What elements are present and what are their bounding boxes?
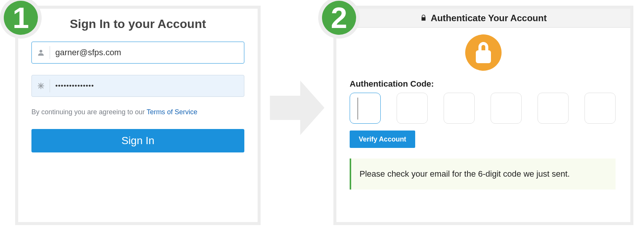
- code-label: Authentication Code:: [350, 79, 617, 89]
- tos-text-row: By continuing you are agreeing to our Te…: [31, 108, 244, 116]
- info-message-text: Please check your email for the 6-digit …: [360, 169, 570, 179]
- big-lock-icon: [350, 34, 617, 71]
- person-icon: [32, 46, 50, 59]
- password-input[interactable]: [50, 75, 244, 96]
- signin-title: Sign In to your Account: [18, 17, 258, 31]
- code-digit-3[interactable]: [444, 93, 475, 124]
- info-message-box: Please check your email for the 6-digit …: [350, 159, 616, 190]
- signin-button[interactable]: Sign In: [31, 129, 244, 152]
- code-digit-4[interactable]: [491, 93, 522, 124]
- email-field-wrapper[interactable]: [31, 42, 244, 64]
- asterisk-icon: [32, 79, 50, 92]
- authenticate-header: Authenticate Your Account: [336, 9, 630, 28]
- authenticate-title: Authenticate Your Account: [431, 13, 547, 23]
- code-digit-5[interactable]: [538, 93, 569, 124]
- code-digit-1[interactable]: [350, 93, 381, 124]
- code-input-row: [350, 93, 616, 124]
- verify-button[interactable]: Verify Account: [350, 131, 415, 148]
- tos-prefix: By continuing you are agreeing to our: [31, 108, 147, 116]
- tos-link[interactable]: Terms of Service: [147, 108, 197, 116]
- diagram-stage: 1 Sign In to your Account By continuin: [0, 0, 644, 230]
- arrow-icon: [266, 78, 328, 138]
- authenticate-card: Authenticate Your Account Authentication…: [333, 6, 633, 225]
- svg-point-0: [39, 50, 42, 53]
- code-digit-6[interactable]: [585, 93, 616, 124]
- email-input[interactable]: [50, 42, 244, 63]
- password-field-wrapper[interactable]: [31, 75, 244, 97]
- step-number-2: 2: [322, 1, 356, 35]
- svg-rect-6: [476, 50, 491, 63]
- code-digit-2[interactable]: [397, 93, 428, 124]
- signin-card: Sign In to your Account By continuing yo…: [15, 6, 261, 225]
- step-number-1: 1: [4, 1, 38, 35]
- lock-icon: [420, 13, 431, 23]
